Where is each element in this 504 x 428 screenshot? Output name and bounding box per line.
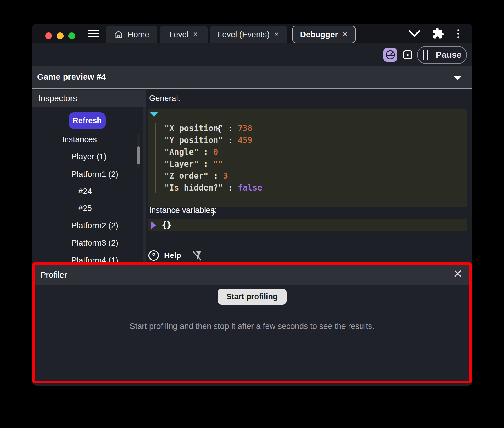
tab-label: Debugger xyxy=(300,30,338,39)
more-options-kebab-icon[interactable] xyxy=(456,27,461,40)
window-minimize-button[interactable] xyxy=(57,32,64,39)
json-property-z-order: "Z order" : 3 xyxy=(148,170,467,182)
inspectors-header: Inspectors xyxy=(32,90,146,107)
help-link[interactable]: Help xyxy=(164,251,181,260)
json-property-angle: "Angle" : 0 xyxy=(148,146,467,158)
inspector-detail-pane: General: { "X position" : 738"Y position… xyxy=(146,90,472,264)
pause-label: Pause xyxy=(436,50,461,60)
general-json-tree: { "X position" : 738"Y position" : 459"A… xyxy=(148,109,467,207)
instance-variables-tree: {} xyxy=(148,219,467,231)
expand-arrow-icon[interactable] xyxy=(151,222,156,229)
gauge-icon xyxy=(385,50,396,60)
profiler-toggle-button[interactable] xyxy=(383,48,397,62)
tree-item-24[interactable]: #24 xyxy=(78,187,92,196)
json-property-layer: "Layer" : "" xyxy=(148,158,467,170)
tab-label: Level xyxy=(169,30,188,39)
tab-level-events[interactable]: Level (Events) × xyxy=(210,26,287,43)
profiler-header: Profiler ✕ xyxy=(35,265,469,285)
pause-button[interactable]: Pause xyxy=(417,46,467,64)
help-icon[interactable]: ? xyxy=(148,250,159,261)
tab-label: Home xyxy=(128,30,149,39)
screen-background: Home Level × Level (Events) × Debugger × xyxy=(0,0,504,428)
tree-item-instances[interactable]: Instances xyxy=(62,135,97,144)
window-close-button[interactable] xyxy=(45,32,52,39)
start-profiling-button[interactable]: Start profiling xyxy=(218,289,287,305)
tree-item-platform1-2[interactable]: Platform1 (2) xyxy=(71,170,118,179)
main-menu-icon[interactable] xyxy=(88,30,99,37)
inspectors-sidebar: Inspectors Refresh InstancesPlayer (1)Pl… xyxy=(32,90,146,264)
window-zoom-button[interactable] xyxy=(68,32,75,39)
json-property-y-position: "Y position" : 459 xyxy=(148,134,467,146)
general-label: General: xyxy=(149,94,180,103)
chevron-down-icon[interactable] xyxy=(408,28,421,39)
console-button[interactable]: > xyxy=(403,50,412,59)
json-property-is-hidden: "Is hidden?" : false xyxy=(148,182,467,194)
extensions-puzzle-icon[interactable] xyxy=(432,27,444,39)
caret-down-icon[interactable] xyxy=(454,76,462,80)
tab-debugger[interactable]: Debugger × xyxy=(292,26,356,43)
debugger-toolbar: > Pause xyxy=(32,43,472,66)
tab-bar: Home Level × Level (Events) × Debugger × xyxy=(32,24,472,43)
tab-label: Level (Events) xyxy=(218,30,270,39)
json-close-brace: } xyxy=(148,194,467,206)
tab-close-icon[interactable]: × xyxy=(342,30,348,38)
game-preview-selector[interactable]: Game preview #4 xyxy=(32,66,472,89)
game-preview-title: Game preview #4 xyxy=(37,72,106,82)
profiler-description: Start profiling and then stop it after a… xyxy=(130,322,374,331)
scrollbar-thumb[interactable] xyxy=(137,146,140,164)
refresh-button[interactable]: Refresh xyxy=(69,112,106,129)
chevron-right-icon: > xyxy=(406,52,409,58)
inspectors-tree: Refresh InstancesPlayer (1)Platform1 (2)… xyxy=(32,107,146,264)
tab-close-icon[interactable]: × xyxy=(193,30,198,38)
json-open-brace: { xyxy=(148,110,467,122)
instance-variables-label: Instance variables: xyxy=(149,206,217,215)
tree-item-25[interactable]: #25 xyxy=(78,204,92,213)
profiler-title: Profiler xyxy=(40,270,67,280)
profiler-body: Start profiling Start profiling and then… xyxy=(35,285,469,331)
pin-off-icon[interactable] xyxy=(191,250,203,261)
json-property-x-position: "X position" : 738 xyxy=(148,122,467,134)
gdevelop-window: Home Level × Level (Events) × Debugger × xyxy=(32,24,472,386)
help-row: ? Help xyxy=(148,249,203,262)
home-icon xyxy=(114,30,124,39)
debugger-content: Inspectors Refresh InstancesPlayer (1)Pl… xyxy=(32,90,472,264)
profiler-panel: Profiler ✕ Start profiling Start profili… xyxy=(32,262,472,383)
inspectors-title: Inspectors xyxy=(38,94,77,103)
tab-close-icon[interactable]: × xyxy=(274,30,280,38)
pause-icon xyxy=(423,50,428,60)
tree-item-platform2-2[interactable]: Platform2 (2) xyxy=(71,221,118,230)
tab-home[interactable]: Home xyxy=(106,26,157,43)
tree-item-player-1[interactable]: Player (1) xyxy=(71,152,106,161)
profiler-close-icon[interactable]: ✕ xyxy=(453,268,463,280)
tree-item-platform3-2[interactable]: Platform3 (2) xyxy=(71,238,118,248)
tab-level[interactable]: Level × xyxy=(160,26,208,43)
